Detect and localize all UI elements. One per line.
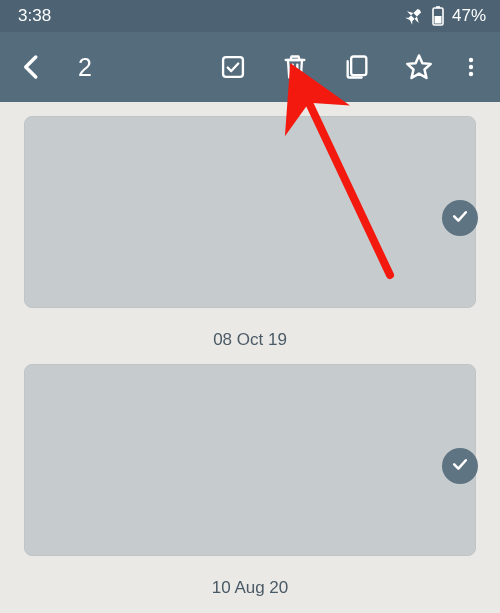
star-button[interactable] xyxy=(388,37,450,97)
back-button[interactable] xyxy=(4,52,60,82)
svg-marker-7 xyxy=(407,56,431,79)
overflow-menu-button[interactable] xyxy=(450,37,492,97)
delete-button[interactable] xyxy=(264,37,326,97)
svg-point-10 xyxy=(469,72,473,76)
battery-icon xyxy=(432,6,444,26)
star-icon xyxy=(404,52,434,82)
airplane-mode-icon xyxy=(404,6,424,26)
svg-point-8 xyxy=(469,58,473,62)
check-icon xyxy=(450,454,470,478)
svg-rect-1 xyxy=(436,6,440,8)
date-separator: 10 Aug 20 xyxy=(0,578,500,598)
selected-badge xyxy=(442,200,478,236)
select-all-icon xyxy=(219,53,247,81)
check-icon xyxy=(450,206,470,230)
date-separator: 08 Oct 19 xyxy=(0,330,500,350)
selected-badge xyxy=(442,448,478,484)
svg-rect-2 xyxy=(434,16,441,24)
message-thumbnail[interactable] xyxy=(24,364,476,556)
trash-icon xyxy=(281,53,309,81)
selection-action-bar: 2 xyxy=(0,32,500,102)
copy-button[interactable] xyxy=(326,37,388,97)
more-vertical-icon xyxy=(459,53,483,81)
svg-rect-3 xyxy=(223,57,243,77)
status-bar: 3:38 47% xyxy=(0,0,500,32)
select-all-button[interactable] xyxy=(202,37,264,97)
battery-percent: 47% xyxy=(452,6,486,26)
message-thumbnail[interactable] xyxy=(24,116,476,308)
status-time: 3:38 xyxy=(18,6,51,26)
selection-count: 2 xyxy=(78,53,92,82)
list-item[interactable] xyxy=(0,364,500,556)
message-list: 08 Oct 19 10 Aug 20 xyxy=(0,102,500,613)
status-right: 47% xyxy=(404,6,486,26)
svg-rect-6 xyxy=(351,57,366,76)
copy-icon xyxy=(343,53,371,81)
list-item[interactable] xyxy=(0,116,500,308)
svg-point-9 xyxy=(469,65,473,69)
